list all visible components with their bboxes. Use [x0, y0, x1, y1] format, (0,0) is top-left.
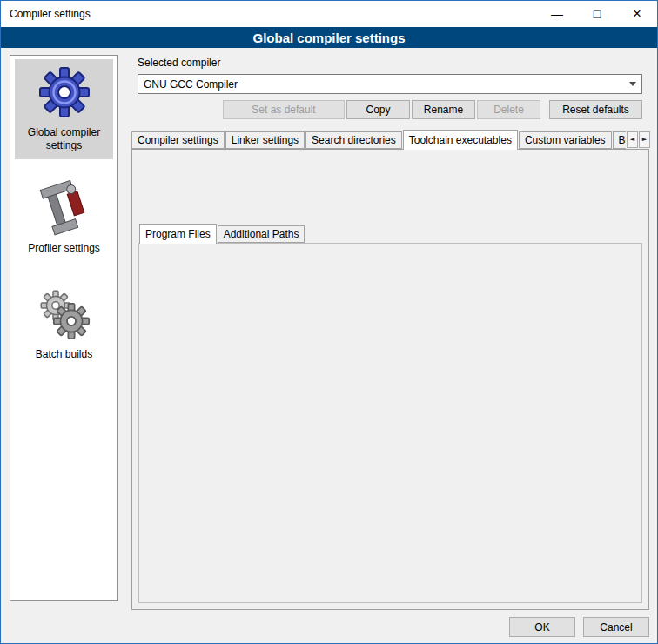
program-files-panel	[138, 243, 642, 603]
tab-build-options[interactable]: Buil	[613, 131, 626, 149]
window-controls: — □ ×	[537, 1, 657, 27]
compiler-settings-dialog: Compiler settings — □ × Global compiler …	[0, 0, 658, 644]
dialog-header: Global compiler settings	[1, 27, 657, 48]
main-tabs: Compiler settings Linker settings Search…	[131, 130, 626, 150]
cancel-button[interactable]: Cancel	[583, 617, 649, 637]
minimize-icon[interactable]: —	[537, 1, 577, 27]
tab-compiler-settings[interactable]: Compiler settings	[131, 131, 225, 149]
close-icon[interactable]: ×	[617, 1, 657, 27]
delete-button[interactable]: Delete	[477, 100, 540, 119]
sidebar-item-global-compiler-settings[interactable]: Global compiler settings	[15, 59, 113, 159]
window-title: Compiler settings	[1, 8, 91, 20]
subtab-additional-paths[interactable]: Additional Paths	[218, 225, 306, 243]
title-bar: Compiler settings — □ ×	[1, 1, 657, 27]
subtab-program-files[interactable]: Program Files	[139, 224, 217, 244]
selected-compiler-label: Selected compiler	[138, 57, 220, 69]
dropdown-arrow-icon	[629, 82, 636, 86]
rename-button[interactable]: Rename	[412, 100, 475, 119]
tab-scroll-right-icon[interactable]: ►	[639, 131, 650, 148]
set-as-default-button[interactable]: Set as default	[223, 100, 345, 119]
blue-gear-icon	[37, 64, 92, 123]
tab-search-directories[interactable]: Search directories	[306, 131, 402, 149]
ok-button[interactable]: OK	[509, 617, 575, 637]
gray-gears-icon	[37, 288, 92, 345]
page-title: Global compiler settings	[252, 30, 405, 45]
reset-defaults-button[interactable]: Reset defaults	[549, 100, 642, 119]
sidebar-item-profiler-settings[interactable]: Profiler settings	[15, 175, 113, 262]
sub-tabs: Program Files Additional Paths	[139, 224, 306, 244]
sidebar-item-label: Global compiler settings	[17, 126, 111, 152]
sidebar-item-batch-builds[interactable]: Batch builds	[15, 283, 113, 368]
maximize-icon[interactable]: □	[577, 1, 617, 27]
sidebar-item-label: Profiler settings	[28, 242, 100, 255]
sidebar: Global compiler settings Profiler settin…	[10, 55, 118, 601]
tab-toolchain-executables[interactable]: Toolchain executables	[403, 130, 518, 150]
sidebar-item-label: Batch builds	[36, 348, 92, 361]
tab-custom-variables[interactable]: Custom variables	[519, 131, 612, 149]
compiler-select[interactable]: GNU GCC Compiler	[138, 74, 642, 94]
tab-linker-settings[interactable]: Linker settings	[225, 131, 305, 149]
profiler-tool-icon	[38, 180, 91, 238]
compiler-select-value: GNU GCC Compiler	[144, 78, 238, 91]
copy-button[interactable]: Copy	[346, 100, 410, 119]
tab-scroll-left-icon[interactable]: ◄	[627, 131, 638, 148]
